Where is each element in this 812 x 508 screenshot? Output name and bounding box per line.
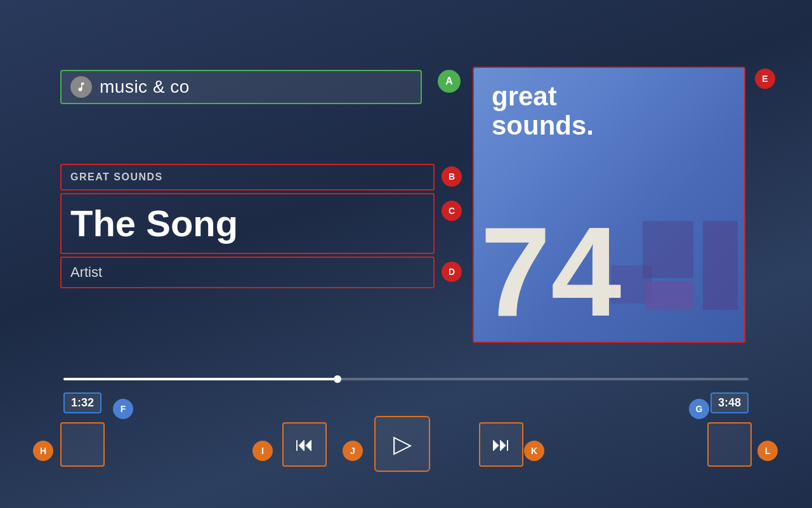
album-art-number: 74 (480, 208, 621, 335)
progress-bar[interactable] (63, 378, 749, 380)
prev-icon: ⏮ (295, 435, 314, 454)
badge-h: H (33, 441, 53, 461)
left-action-button[interactable] (60, 422, 105, 467)
play-icon: ▷ (393, 432, 412, 456)
badge-j: J (343, 441, 363, 461)
badge-k: K (524, 441, 544, 461)
search-box[interactable]: music & co (60, 70, 422, 104)
album-art: great sounds. 74 (473, 67, 745, 343)
badge-c: C (442, 201, 462, 221)
artist-field: Artist (60, 257, 435, 288)
album-field: GREAT SOUNDS (60, 164, 435, 190)
album-art-title: great sounds. (492, 82, 594, 140)
previous-button[interactable]: ⏮ (282, 422, 327, 467)
album-art-inner: great sounds. 74 (474, 68, 744, 342)
time-total: 3:48 (710, 392, 749, 413)
badge-b: B (442, 166, 462, 187)
progress-area[interactable] (63, 378, 749, 380)
badge-a: A (438, 70, 461, 93)
next-button[interactable]: ⏭ (479, 422, 523, 467)
metadata-section: GREAT SOUNDS The Song Artist (60, 164, 435, 291)
app-bar: music & co (60, 70, 422, 104)
prev-btn-box[interactable]: ⏮ (282, 422, 327, 467)
right-action-button[interactable] (707, 422, 752, 467)
next-btn-box[interactable]: ⏭ (479, 422, 523, 467)
badge-e: E (755, 69, 775, 89)
play-button[interactable]: ▷ (374, 416, 430, 472)
next-icon: ⏭ (492, 435, 511, 454)
badge-l: L (757, 441, 778, 461)
progress-thumb[interactable] (334, 375, 341, 383)
play-btn-box[interactable]: ▷ (374, 416, 430, 472)
badge-g: G (689, 399, 709, 419)
badge-d: D (442, 262, 462, 282)
song-title-field: The Song (60, 193, 435, 254)
left-action-btn[interactable] (60, 422, 105, 467)
time-current: 1:32 (63, 392, 102, 413)
badge-f: F (113, 399, 133, 419)
music-note-icon (70, 76, 92, 98)
badge-i: I (252, 441, 273, 461)
right-action-btn[interactable] (707, 422, 752, 467)
progress-fill (63, 378, 337, 380)
app-title-text: music & co (100, 77, 190, 97)
